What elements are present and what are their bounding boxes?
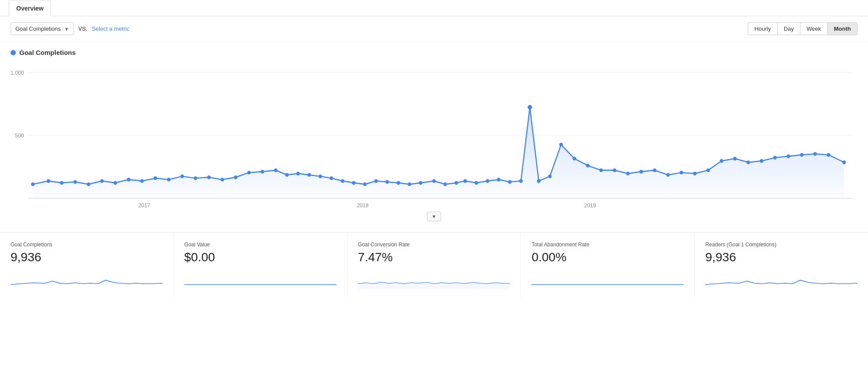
svg-point-33 (385, 180, 389, 184)
chart-container: 1,000 500 (11, 61, 857, 210)
svg-point-24 (285, 173, 289, 177)
sparkline-3 (358, 268, 510, 289)
sparkline-5 (705, 268, 857, 289)
sparkline-1 (11, 268, 163, 289)
scroll-button[interactable]: ▼ (427, 212, 441, 221)
summary-card-goal-value: Goal Value $0.00 (174, 233, 348, 297)
svg-text:500: 500 (15, 133, 24, 139)
svg-point-66 (786, 155, 790, 159)
time-buttons: HourlyDayWeekMonth (748, 22, 857, 35)
svg-point-70 (842, 160, 846, 164)
svg-point-36 (419, 181, 422, 185)
chart-legend-label: Goal Completions (19, 49, 75, 56)
card-label-1: Goal Completions (11, 242, 163, 248)
page-wrapper: Overview Goal Completions ▼ VS. Select a… (0, 0, 868, 297)
vs-label: VS. (78, 25, 87, 32)
svg-point-57 (666, 173, 670, 177)
svg-point-60 (707, 168, 710, 172)
svg-point-34 (397, 181, 400, 185)
svg-point-9 (87, 182, 90, 186)
card-label-4: Total Abandonment Rate (531, 242, 684, 248)
svg-point-11 (114, 181, 117, 185)
svg-point-40 (463, 179, 467, 183)
svg-point-59 (693, 172, 696, 176)
svg-point-19 (220, 178, 224, 182)
card-value-3: 7.47% (358, 250, 510, 264)
svg-point-53 (613, 168, 616, 172)
card-label-5: Readers (Goal 1 Completions) (705, 242, 857, 248)
metric-label: Goal Completions (15, 25, 61, 32)
svg-point-49 (559, 143, 563, 147)
summary-cards: Goal Completions 9,936 Goal Value $0.00 … (0, 232, 868, 297)
card-value-2: $0.00 (184, 250, 337, 264)
svg-point-16 (180, 174, 184, 178)
svg-point-17 (194, 177, 197, 180)
tab-overview[interactable]: Overview (9, 0, 51, 16)
svg-text:1,000: 1,000 (11, 70, 24, 76)
svg-point-69 (827, 153, 830, 157)
dropdown-arrow-icon: ▼ (64, 26, 69, 32)
svg-text:2018: 2018 (357, 202, 369, 208)
card-label-3: Goal Conversion Rate (358, 242, 510, 248)
svg-point-41 (474, 181, 478, 185)
card-value-4: 0.00% (531, 250, 684, 264)
svg-point-56 (653, 168, 656, 172)
time-btn-month[interactable]: Month (827, 22, 857, 35)
svg-point-25 (296, 172, 300, 176)
svg-point-7 (60, 181, 64, 185)
svg-point-26 (308, 173, 311, 177)
svg-point-21 (247, 171, 251, 175)
svg-point-32 (374, 179, 378, 183)
summary-card-abandonment-rate: Total Abandonment Rate 0.00% (521, 233, 695, 297)
svg-point-39 (455, 181, 458, 185)
metric-dropdown[interactable]: Goal Completions ▼ (11, 22, 74, 35)
svg-point-48 (548, 174, 552, 178)
summary-card-goal-completions: Goal Completions 9,936 (0, 233, 174, 297)
svg-point-61 (720, 159, 723, 163)
svg-point-63 (746, 160, 750, 164)
scroll-hint: ▼ (11, 212, 857, 221)
svg-point-67 (800, 153, 803, 157)
svg-point-54 (626, 172, 630, 176)
svg-point-55 (639, 170, 643, 174)
summary-card-conversion-rate: Goal Conversion Rate 7.47% (348, 233, 521, 297)
svg-point-52 (599, 168, 603, 172)
svg-point-23 (274, 168, 277, 172)
card-label-2: Goal Value (184, 242, 337, 248)
time-btn-day[interactable]: Day (777, 22, 800, 35)
chart-section: Goal Completions 1,000 500 (0, 42, 868, 232)
svg-point-20 (234, 175, 237, 179)
svg-point-15 (167, 178, 171, 182)
sparkline-2 (184, 268, 337, 289)
sparkline-4 (531, 268, 684, 289)
legend-dot (11, 50, 16, 55)
card-value-5: 9,936 (705, 250, 857, 264)
svg-text:2019: 2019 (584, 202, 596, 208)
svg-point-50 (573, 157, 576, 161)
svg-point-43 (497, 178, 500, 182)
toolbar: Goal Completions ▼ VS. Select a metric H… (0, 16, 868, 42)
svg-point-27 (319, 174, 322, 178)
svg-point-64 (760, 159, 764, 163)
svg-point-46 (527, 105, 532, 110)
svg-point-18 (207, 175, 211, 179)
chart-svg: 1,000 500 (11, 61, 857, 210)
select-metric-link[interactable]: Select a metric (92, 25, 129, 32)
svg-point-45 (519, 179, 523, 183)
svg-point-22 (261, 170, 264, 174)
svg-point-6 (47, 179, 50, 183)
svg-point-38 (443, 182, 447, 186)
summary-card-readers: Readers (Goal 1 Completions) 9,936 (695, 233, 868, 297)
chart-legend: Goal Completions (11, 49, 857, 56)
svg-point-62 (733, 157, 737, 161)
time-btn-hourly[interactable]: Hourly (748, 22, 777, 35)
svg-point-44 (508, 180, 512, 184)
svg-point-65 (773, 156, 777, 160)
svg-point-35 (408, 182, 411, 186)
svg-point-5 (31, 182, 35, 186)
svg-point-42 (486, 179, 489, 183)
svg-point-47 (537, 179, 541, 183)
svg-point-51 (586, 164, 589, 168)
svg-point-68 (813, 152, 817, 156)
time-btn-week[interactable]: Week (800, 22, 827, 35)
